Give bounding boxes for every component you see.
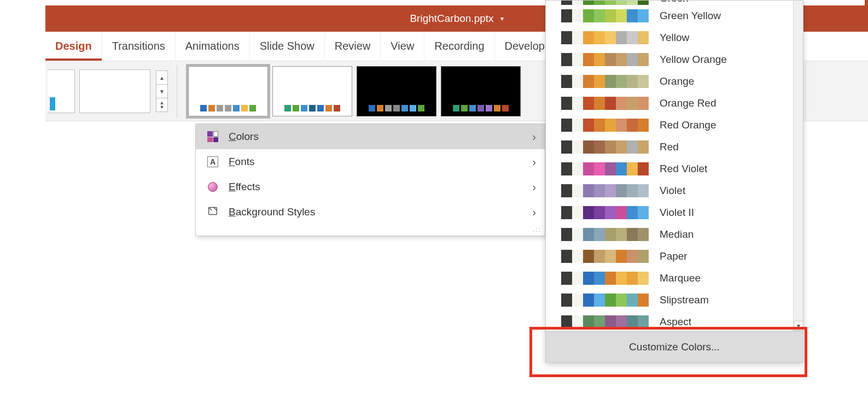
gallery-separator (177, 65, 177, 118)
color-scheme-median[interactable]: Median (546, 224, 795, 245)
scheme-label: Green Yellow (660, 10, 721, 22)
color-scheme-yellow-orange[interactable]: Yellow Orange (546, 49, 795, 71)
scheme-swatches (561, 53, 649, 66)
scheme-swatches (561, 250, 649, 263)
effects-icon (207, 181, 219, 193)
scheme-label: Green (660, 1, 689, 4)
variant-thumb[interactable] (357, 66, 436, 116)
color-scheme-yellow[interactable]: Yellow (546, 27, 795, 49)
title-dropdown-icon[interactable]: ▾ (500, 15, 504, 22)
tab-transitions[interactable]: Transitions (102, 32, 176, 61)
color-scheme-violet-ii[interactable]: Violet II (546, 202, 795, 224)
scheme-swatches (561, 315, 649, 328)
scheme-swatches (561, 184, 649, 197)
chevron-right-icon: › (532, 131, 536, 143)
variant-menu: Colors›AFonts›Effects›Background Styles›… (195, 124, 545, 236)
tab-slide-show[interactable]: Slide Show (250, 32, 325, 61)
gallery-more-button[interactable]: ▲▼ (156, 98, 168, 112)
fonts-icon: A (207, 156, 219, 168)
scheme-swatches (561, 31, 649, 44)
scheme-label: Slipstream (660, 294, 709, 306)
gallery-down-button[interactable]: ▼ (156, 84, 168, 98)
chevron-right-icon: › (532, 181, 536, 193)
bg-icon (207, 206, 219, 218)
scheme-swatches (561, 1, 649, 5)
scheme-swatches (561, 140, 649, 154)
color-scheme-marquee[interactable]: Marquee (546, 267, 795, 289)
tab-review[interactable]: Review (325, 32, 381, 61)
color-scheme-violet[interactable]: Violet (546, 180, 795, 202)
scheme-label: Aspect (660, 316, 691, 328)
scheme-label: Yellow (660, 32, 689, 44)
color-scheme-slipstream[interactable]: Slipstream (546, 289, 795, 311)
scheme-label: Median (660, 228, 694, 240)
scheme-swatches (561, 75, 649, 88)
menu-item-label: Background Styles (229, 206, 315, 218)
color-scheme-red-violet[interactable]: Red Violet (546, 158, 795, 180)
tab-recording[interactable]: Recording (424, 32, 494, 61)
scheme-label: Orange Red (660, 97, 716, 109)
gallery-up-button[interactable]: ▲ (156, 71, 168, 85)
menu-item-fonts[interactable]: AFonts› (196, 149, 545, 174)
menu-item-effects[interactable]: Effects› (196, 174, 545, 200)
scroll-down-button[interactable]: ▼ (794, 321, 803, 331)
scheme-label: Red (660, 141, 679, 153)
variant-thumb[interactable] (441, 66, 521, 116)
variant-thumb[interactable] (188, 66, 268, 116)
chevron-right-icon: › (532, 206, 536, 219)
scheme-swatches (561, 119, 649, 132)
scheme-swatches (561, 97, 649, 110)
color-scheme-green-yellow[interactable]: Green Yellow (546, 5, 795, 27)
scheme-label: Red Violet (660, 163, 707, 175)
scheme-label: Yellow Orange (660, 54, 727, 66)
scheme-swatches (561, 162, 649, 175)
scheme-label: Marquee (660, 272, 701, 284)
document-title: BrightCarbon.pptx (410, 13, 493, 25)
color-scheme-orange[interactable]: Orange (546, 71, 795, 92)
scheme-label: Red Orange (660, 119, 716, 131)
scheme-label: Violet II (660, 207, 694, 219)
color-scheme-orange-red[interactable]: Orange Red (546, 92, 795, 114)
scheme-label: Paper (660, 250, 688, 262)
colors-icon (207, 131, 219, 143)
scheme-swatches (561, 206, 649, 219)
scheme-label: Orange (660, 75, 694, 87)
chevron-right-icon: › (532, 156, 536, 168)
menu-resize-grip[interactable]: .:: (196, 225, 545, 236)
color-scheme-red[interactable]: Red (546, 136, 795, 158)
menu-item-label: Fonts (229, 156, 255, 168)
variant-thumb[interactable] (272, 66, 352, 116)
tab-view[interactable]: View (381, 32, 424, 61)
color-scheme-aspect[interactable]: Aspect (546, 311, 795, 331)
tab-animations[interactable]: Animations (176, 32, 250, 61)
color-scheme-green[interactable]: Green (546, 1, 795, 5)
color-scheme-red-orange[interactable]: Red Orange (546, 114, 795, 136)
menu-item-colors[interactable]: Colors› (196, 124, 545, 149)
menu-item-label: Effects (229, 181, 260, 193)
menu-item-bg[interactable]: Background Styles› (196, 200, 545, 225)
menu-item-label: Colors (229, 131, 259, 143)
customize-colors-button[interactable]: Customize Colors... (546, 331, 803, 362)
color-scheme-paper[interactable]: Paper (546, 245, 795, 267)
tab-design[interactable]: Design (45, 32, 102, 61)
scheme-swatches (561, 9, 649, 22)
scheme-swatches (561, 272, 649, 285)
scheme-swatches (561, 228, 649, 241)
scheme-label: Violet (660, 185, 685, 197)
customize-colors-label: Customize Colors... (629, 341, 720, 353)
colors-flyout-panel: GreenGreen YellowYellowYellow OrangeOran… (545, 0, 803, 363)
colors-scrollbar[interactable]: ▼ (793, 1, 803, 331)
theme-thumb[interactable] (79, 69, 150, 113)
theme-thumb[interactable] (48, 69, 75, 113)
scheme-swatches (561, 294, 649, 307)
